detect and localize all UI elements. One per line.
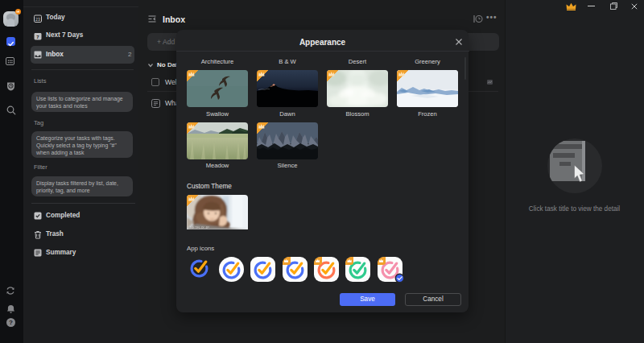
svg-text:23: 23: [35, 17, 40, 22]
